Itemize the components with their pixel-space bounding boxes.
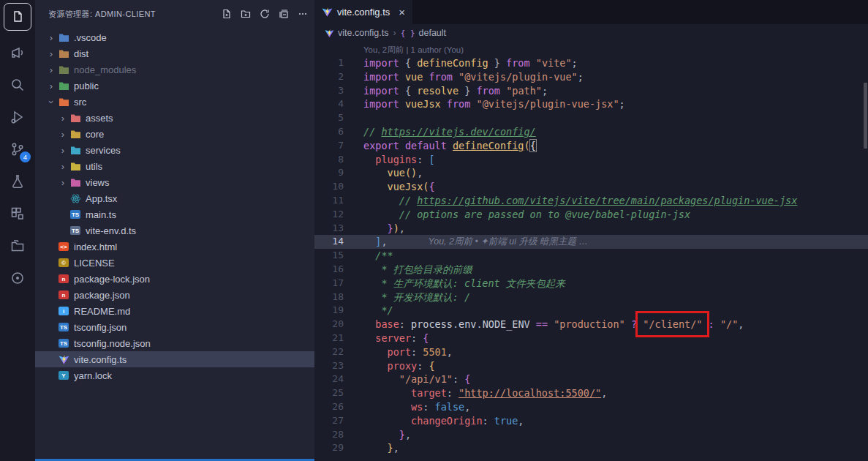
tree-item-public[interactable]: ›public — [35, 78, 314, 94]
code-line-26[interactable]: 26 ws: false, — [314, 400, 868, 414]
source-control-icon[interactable]: 4 — [3, 133, 32, 165]
refresh-icon[interactable] — [259, 8, 271, 20]
code-line-12[interactable]: 12 // options are passed on to @vue/babe… — [314, 208, 868, 222]
chevron-icon[interactable]: › — [57, 177, 69, 188]
tree-item-main.ts[interactable]: TSmain.ts — [35, 206, 314, 222]
sidebar-explorer: 资源管理器: ADMIN-CLIENT — [35, 0, 314, 461]
line-content: }), — [363, 222, 405, 236]
run-debug-icon[interactable] — [3, 101, 32, 133]
code-line-17[interactable]: 17 * 生产环境默认: client 文件夹包起来 — [314, 277, 868, 291]
tree-item-yarn.lock[interactable]: Yyarn.lock — [35, 367, 314, 383]
chevron-icon[interactable]: › — [57, 161, 69, 172]
code-line-27[interactable]: 27 changeOrigin: true, — [314, 414, 868, 428]
tree-item-views[interactable]: ›views — [35, 174, 314, 190]
chevron-icon[interactable]: › — [45, 64, 57, 75]
code-line-4[interactable]: 4import vueJsx from "@vitejs/plugin-vue-… — [314, 97, 868, 111]
breadcrumb: vite.config.ts › { } default — [314, 24, 868, 42]
code-line-8[interactable]: 8 plugins: [ — [314, 153, 868, 167]
folder-icon — [69, 112, 82, 124]
line-content: // https://vitejs.dev/config/ — [363, 125, 536, 139]
testing-icon[interactable] — [3, 165, 32, 198]
announcement-icon[interactable] — [3, 37, 32, 69]
search-icon[interactable] — [3, 69, 32, 101]
file-tree: ›.vscode›dist›node_modules›public›src›as… — [35, 28, 314, 383]
tree-item-package-lock.json[interactable]: npackage-lock.json — [35, 271, 314, 287]
tree-item-tsconfig.json[interactable]: TStsconfig.json — [35, 319, 314, 335]
code-line-19[interactable]: 19 */ — [314, 304, 868, 318]
line-content: // https://github.com/vitejs/vite/tree/m… — [363, 194, 797, 208]
code-line-25[interactable]: 25 target: "http://localhost:5500/", — [314, 386, 868, 400]
file-type-icon: Y — [57, 370, 70, 381]
live-server-icon[interactable] — [3, 262, 32, 294]
code-line-2[interactable]: 2import vue from "@vitejs/plugin-vue"; — [314, 70, 868, 84]
code-line-24[interactable]: 24 "/api/v1": { — [314, 372, 868, 386]
code-line-6[interactable]: 6// https://vitejs.dev/config/ — [314, 125, 868, 139]
chevron-icon[interactable]: › — [57, 145, 69, 156]
explorer-icon[interactable] — [4, 3, 31, 31]
code-line-3[interactable]: 3import { resolve } from "path"; — [314, 84, 868, 98]
tree-item-.vscode[interactable]: ›.vscode — [35, 29, 314, 45]
editor-scrollbar[interactable] — [864, 83, 867, 149]
chevron-icon[interactable]: › — [57, 113, 69, 124]
code-line-18[interactable]: 18 * 开发环境默认: / — [314, 291, 868, 304]
tree-item-services[interactable]: ›services — [35, 142, 314, 158]
tree-item-assets[interactable]: ›assets — [35, 110, 314, 126]
tree-item-index.html[interactable]: <>index.html — [35, 239, 314, 255]
more-actions-icon[interactable] — [297, 8, 309, 20]
extensions-icon[interactable] — [3, 198, 32, 230]
line-content: import { defineConfig } from "vite"; — [363, 56, 578, 70]
line-content: ws: false, — [363, 400, 470, 414]
code-line-23[interactable]: 23 proxy: { — [314, 359, 868, 373]
code-line-1[interactable]: 1import { defineConfig } from "vite"; — [314, 56, 868, 70]
code-line-22[interactable]: 22 port: 5501, — [314, 345, 868, 359]
tree-item-vite-env.d.ts[interactable]: TSvite-env.d.ts — [35, 222, 314, 239]
code-line-10[interactable]: 10 vueJsx({ — [314, 180, 868, 194]
tab-vite-config[interactable]: vite.config.ts × — [314, 0, 412, 24]
tree-item-dist[interactable]: ›dist — [35, 45, 314, 61]
tree-item-label: .vscode — [74, 32, 107, 43]
tree-item-README.md[interactable]: iREADME.md — [35, 303, 314, 319]
chevron-icon[interactable]: › — [45, 32, 57, 43]
code-line-29[interactable]: 29 }, — [314, 441, 868, 455]
code-line-15[interactable]: 15 /** — [314, 249, 868, 263]
code-line-11[interactable]: 11 // https://github.com/vitejs/vite/tre… — [314, 194, 868, 208]
tree-item-package.json[interactable]: npackage.json — [35, 287, 314, 303]
tree-item-utils[interactable]: ›utils — [35, 158, 314, 174]
file-type-icon: TS — [69, 225, 82, 236]
tree-item-vite.config.ts[interactable]: vite.config.ts — [35, 351, 314, 367]
chevron-icon[interactable]: › — [45, 80, 57, 91]
tree-item-App.tsx[interactable]: App.tsx — [35, 190, 314, 206]
chevron-icon[interactable]: › — [45, 48, 57, 59]
code-line-20[interactable]: 20 base: process.env.NODE_ENV == "produc… — [314, 318, 868, 331]
close-icon[interactable]: × — [399, 7, 405, 18]
new-file-icon[interactable] — [221, 8, 233, 20]
code-line-16[interactable]: 16 * 打包给目录的前缀 — [314, 263, 868, 277]
gitlens-authors[interactable]: You, 2周前 | 1 author (You) — [314, 43, 868, 56]
tree-item-tsconfig.node.json[interactable]: TStsconfig.node.json — [35, 335, 314, 351]
code-line-21[interactable]: 21 server: { — [314, 331, 868, 345]
breadcrumb-file[interactable]: vite.config.ts — [325, 28, 388, 38]
folder-icon — [57, 96, 70, 108]
red-annotation-box: "/client/" — [643, 318, 702, 330]
tree-item-src[interactable]: ›src — [35, 94, 314, 110]
chevron-icon[interactable]: › — [57, 129, 69, 140]
code-line-5[interactable]: 5 — [314, 111, 868, 125]
code-area[interactable]: You, 2周前 | 1 author (You) 1import { defi… — [314, 42, 868, 461]
code-line-9[interactable]: 9 vue(), — [314, 166, 868, 180]
project-manager-icon[interactable] — [3, 230, 32, 262]
new-folder-icon[interactable] — [240, 8, 252, 20]
tree-item-label: utils — [86, 161, 102, 172]
breadcrumb-symbol[interactable]: { } default — [401, 28, 446, 38]
tree-item-LICENSE[interactable]: ©LICENSE — [35, 255, 314, 271]
code-line-7[interactable]: 7export default defineConfig({ — [314, 139, 868, 153]
tree-item-label: yarn.lock — [74, 370, 112, 381]
tree-item-node-modules[interactable]: ›node_modules — [35, 61, 314, 78]
code-line-14[interactable]: 14 ],You, 2周前 • ✦前端 ui 升级 暗黑主题 … — [314, 235, 868, 249]
chevron-icon[interactable]: › — [46, 96, 57, 108]
code-line-28[interactable]: 28 }, — [314, 428, 868, 442]
code-line-13[interactable]: 13 }), — [314, 222, 868, 236]
line-number: 15 — [314, 249, 344, 263]
tree-item-core[interactable]: ›core — [35, 126, 314, 142]
collapse-all-icon[interactable] — [278, 8, 290, 20]
tree-item-label: README.md — [74, 306, 130, 317]
